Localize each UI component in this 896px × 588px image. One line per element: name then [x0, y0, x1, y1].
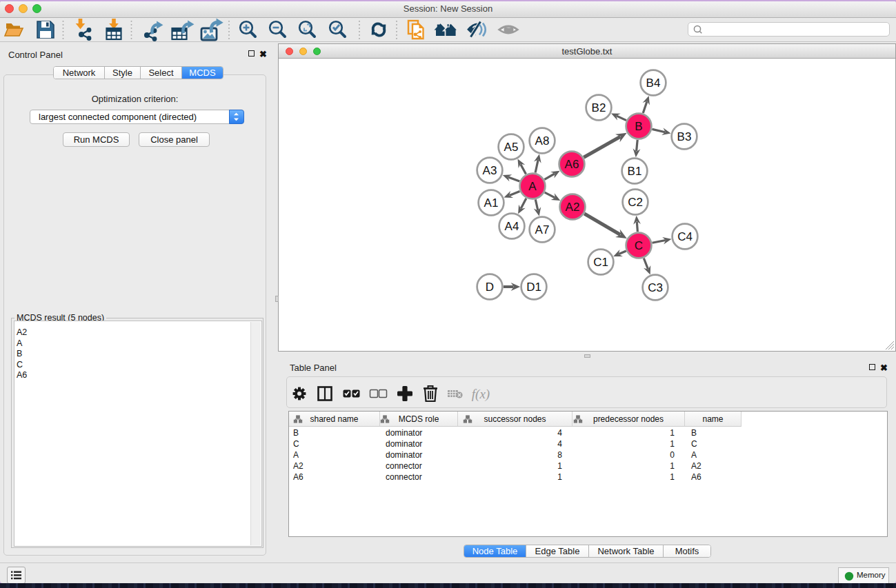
svg-text:C4: C4	[677, 230, 693, 243]
svg-text:B: B	[635, 120, 642, 133]
svg-text:C2: C2	[628, 196, 643, 209]
svg-text:D1: D1	[526, 281, 541, 294]
svg-text:A6: A6	[565, 158, 579, 171]
svg-text:A1: A1	[484, 196, 499, 210]
svg-text:A7: A7	[535, 223, 550, 236]
svg-text:A5: A5	[504, 141, 519, 154]
svg-text:C1: C1	[593, 256, 608, 269]
svg-text:C: C	[635, 239, 643, 252]
svg-text:f(x): f(x)	[472, 387, 490, 402]
svg-text:B4: B4	[646, 77, 661, 90]
svg-text:B3: B3	[677, 130, 692, 143]
svg-text:A2: A2	[566, 201, 580, 214]
svg-text:A: A	[528, 180, 537, 193]
svg-text:B1: B1	[628, 165, 642, 178]
svg-text:D: D	[486, 281, 494, 294]
svg-text:C3: C3	[648, 281, 663, 294]
svg-text:B2: B2	[592, 101, 606, 114]
svg-text:A4: A4	[505, 220, 519, 233]
svg-text:A8: A8	[535, 134, 550, 148]
svg-text:A3: A3	[483, 164, 497, 177]
